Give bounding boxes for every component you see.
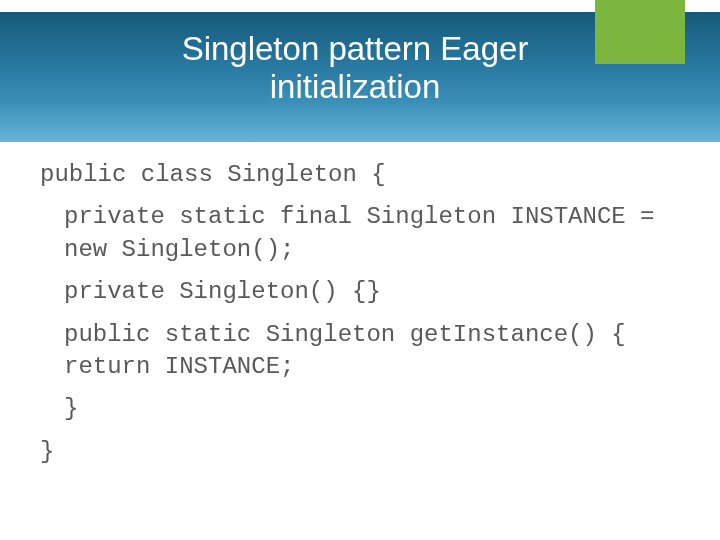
accent-block bbox=[595, 0, 685, 64]
code-line: } bbox=[64, 393, 680, 425]
slide-title: Singleton pattern Eager initialization bbox=[120, 30, 590, 106]
code-line: public static Singleton getInstance() { … bbox=[64, 319, 680, 384]
code-line: private Singleton() {} bbox=[64, 276, 680, 308]
code-line: } bbox=[40, 436, 680, 468]
slide: Singleton pattern Eager initialization p… bbox=[0, 0, 720, 540]
code-line: public class Singleton { bbox=[40, 159, 680, 191]
code-line: private static final Singleton INSTANCE … bbox=[64, 201, 680, 266]
code-block: public class Singleton { private static … bbox=[40, 155, 680, 478]
